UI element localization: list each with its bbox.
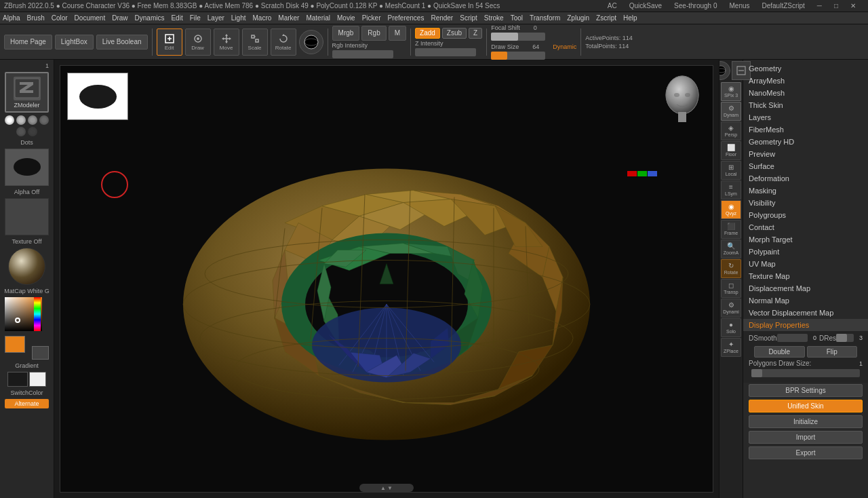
z-intensity-slider[interactable] <box>415 48 476 56</box>
zadd-button[interactable]: Zadd <box>415 28 440 39</box>
focal-shift-slider[interactable] <box>491 33 545 41</box>
menu-zscript[interactable]: Zscript <box>596 14 616 22</box>
frame-icon[interactable]: ⬛ Frame <box>721 220 741 239</box>
menu-render[interactable]: Render <box>431 14 453 22</box>
color-square[interactable] <box>5 297 49 334</box>
menu-edit[interactable]: Edit <box>171 14 182 22</box>
lightbox-button[interactable]: LightBox <box>55 35 94 50</box>
defaultzscript-btn[interactable]: DefaultZScript <box>762 2 805 9</box>
matcap-preview[interactable] <box>8 248 45 285</box>
persp-icon[interactable]: ◈ Persp <box>721 121 741 140</box>
polypaint-item[interactable]: Polypaint <box>743 246 868 258</box>
geometry-item[interactable]: Geometry <box>743 62 868 75</box>
menu-draw[interactable]: Draw <box>112 14 127 22</box>
nanomesh-item[interactable]: NanoMesh <box>743 87 868 99</box>
menu-tool[interactable]: Tool <box>511 14 523 22</box>
menu-transform[interactable]: Transform <box>530 14 560 22</box>
dot-1[interactable] <box>5 115 14 125</box>
layers-item[interactable]: Layers <box>743 111 868 123</box>
maximize-btn[interactable]: □ <box>834 2 838 9</box>
unified-skin-button[interactable]: Unified Skin <box>749 400 863 413</box>
polygroups-item[interactable]: Polygroups <box>743 209 868 221</box>
inflate-icon-btn[interactable] <box>719 61 730 80</box>
color-white-swatch[interactable] <box>29 372 46 387</box>
double-button[interactable]: Double <box>754 346 805 358</box>
mrgb-button[interactable]: Mrgb <box>332 26 360 41</box>
m-button[interactable]: M <box>389 26 406 41</box>
draw-size-slider[interactable] <box>491 52 545 60</box>
live-boolean-button[interactable]: Live Boolean <box>96 35 148 50</box>
zoomall-icon[interactable]: 🔍 ZoomA <box>721 240 741 258</box>
main-color-swatch[interactable] <box>5 336 25 353</box>
sphere-icon-btn[interactable] <box>299 30 323 54</box>
geometry-hd-item[interactable]: Geometry HD <box>743 136 868 148</box>
displacement-map-item[interactable]: Displacement Map <box>743 282 868 294</box>
morph-target-item[interactable]: Morph Target <box>743 233 868 246</box>
zsub-button[interactable]: Zsub <box>442 28 467 39</box>
zmodeler-button[interactable]: ZModeler <box>5 72 49 113</box>
scale-button[interactable]: Scale <box>242 28 268 56</box>
lsym-icon[interactable]: ≡ LSym <box>721 180 741 199</box>
dot-2[interactable] <box>16 115 26 125</box>
poly-draw-size-slider[interactable] <box>751 369 860 377</box>
menu-picker[interactable]: Picker <box>362 14 381 22</box>
uv-map-item[interactable]: UV Map <box>743 258 868 270</box>
menu-layer[interactable]: Layer <box>208 14 224 22</box>
z-button[interactable]: Z <box>469 28 482 39</box>
solo-icon[interactable]: ● Solo <box>721 318 741 337</box>
display-properties-item[interactable]: Display Properties <box>743 319 868 331</box>
switch-colors[interactable] <box>7 372 46 387</box>
menu-dynamics[interactable]: Dynamics <box>135 14 165 22</box>
import-button[interactable]: Import <box>749 431 863 444</box>
rotate-icon-btn[interactable]: ↻ Rotate <box>721 259 741 278</box>
window-controls[interactable]: AC QuickSave See-through 0 Menus Default… <box>608 2 864 9</box>
color-picker[interactable] <box>5 297 49 360</box>
dot-3[interactable] <box>28 115 37 125</box>
menu-document[interactable]: Document <box>75 14 106 22</box>
vector-displacement-map-item[interactable]: Vector Displacement Map <box>743 307 868 319</box>
minimize-btn[interactable]: ─ <box>817 2 822 9</box>
transp-icon[interactable]: ◻ Transp <box>721 279 741 298</box>
flip-button[interactable]: Flip <box>807 346 858 358</box>
home-page-button[interactable]: Home Page <box>4 35 52 50</box>
move-button[interactable]: Move <box>214 28 239 56</box>
menu-preferences[interactable]: Preferences <box>387 14 424 22</box>
viewport[interactable]: ▲ ▼ <box>60 65 713 493</box>
normal-map-item[interactable]: Normal Map <box>743 294 868 307</box>
preview-item[interactable]: Preview <box>743 148 868 160</box>
alternate-button[interactable]: Alternate <box>5 399 49 408</box>
menu-light[interactable]: Light <box>231 14 246 22</box>
rotate-button[interactable]: Rotate <box>271 28 296 56</box>
dot-4[interactable] <box>39 115 49 125</box>
surface-item[interactable]: Surface <box>743 160 868 172</box>
menu-marker[interactable]: Marker <box>278 14 299 22</box>
thick-skin-item[interactable]: Thick Skin <box>743 99 868 111</box>
menu-movie[interactable]: Movie <box>337 14 355 22</box>
menu-macro[interactable]: Macro <box>253 14 272 22</box>
bpr-settings-button[interactable]: BPR Settings <box>749 384 863 397</box>
texture-map-item[interactable]: Texture Map <box>743 270 868 282</box>
deformation-item[interactable]: Deformation <box>743 172 868 185</box>
menu-help[interactable]: Help <box>623 14 637 22</box>
color-black-swatch[interactable] <box>7 372 28 387</box>
qvyz-icon[interactable]: ◉ Qvyz <box>721 200 741 219</box>
menu-stroke[interactable]: Stroke <box>484 14 504 22</box>
rgb-button[interactable]: Rgb <box>361 26 386 41</box>
edit-button[interactable]: Edit <box>157 28 182 56</box>
dot-6[interactable] <box>28 127 37 136</box>
spix-icon[interactable]: ◉ SPix 3 <box>721 82 741 101</box>
visibility-item[interactable]: Visibility <box>743 197 868 209</box>
dynamics-icon[interactable]: ⚙ Dynami <box>721 299 741 318</box>
floor-icon[interactable]: ⬜ Floor <box>721 141 741 160</box>
dsmooth-slider[interactable] <box>777 334 808 342</box>
dynamic-icon[interactable]: ⚙ Dynam <box>721 102 741 121</box>
menus-btn[interactable]: Menus <box>729 2 749 9</box>
menu-color[interactable]: Color <box>52 14 68 22</box>
zplace-icon[interactable]: ✦ ZPlace <box>721 338 741 357</box>
local-icon[interactable]: ⊞ Local <box>721 161 741 180</box>
fibermesh-item[interactable]: FiberMesh <box>743 123 868 136</box>
texture-preview[interactable] <box>5 198 49 235</box>
menu-alpha[interactable]: Alpha <box>3 14 20 22</box>
menu-zplugin[interactable]: Zplugin <box>567 14 589 22</box>
arraymesh-item[interactable]: ArrayMesh <box>743 75 868 87</box>
